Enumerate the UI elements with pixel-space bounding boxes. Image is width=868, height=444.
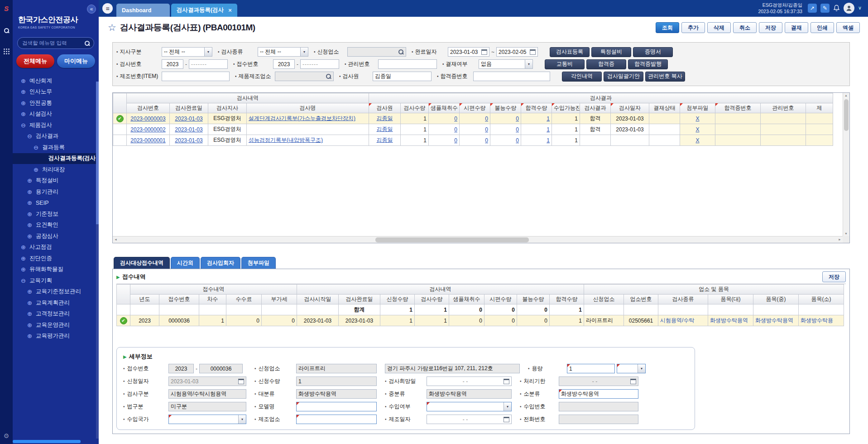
sidebar-item[interactable]: ⊕고객정보관리 [13,309,99,320]
filter-input[interactable] [162,72,230,81]
column-header[interactable]: 샘플채취수 [429,103,460,113]
filter-input[interactable]: 2023 [273,59,295,69]
panel-button[interactable]: 각인내역 [562,72,602,82]
action-button[interactable]: 저장 [759,22,782,33]
keypad-icon[interactable] [4,48,10,54]
panel-button[interactable]: 특정설비 [591,47,631,57]
calendar-icon[interactable] [630,379,636,384]
sidebar-item[interactable]: ⊕기준정보 [13,208,99,220]
column-header[interactable]: 검사명 [247,103,369,113]
cell-link[interactable]: 2023-01-03 [175,137,202,144]
expand-icon[interactable]: ⊕ [26,333,33,339]
column-header[interactable]: 결재상태 [649,103,680,113]
filter-input[interactable] [473,72,550,81]
import-yn-select[interactable]: ▾ [427,402,512,411]
expand-icon[interactable]: ⊕ [20,100,27,106]
filter-search-input[interactable] [347,47,406,57]
sidebar-item[interactable]: ⊕교육운영관리 [13,319,99,331]
sidebar-item[interactable]: ⊕교육기준정보관리 [13,286,99,298]
column-header[interactable]: 검사수량 [415,294,449,304]
column-header[interactable]: 제 [806,103,833,113]
column-header[interactable]: 합격수량 [550,294,584,304]
cell-link[interactable]: 2023-01-03 [175,126,202,133]
sidebar-item[interactable]: ⊖제품검사 [13,120,99,131]
sidebar-item[interactable]: ⊕교육평가관리 [13,331,99,342]
cell-link[interactable]: 1 [547,137,550,144]
panel-button[interactable]: 합격증발행 [628,59,668,69]
sidebar-item[interactable]: ⊖결과등록 [13,142,99,153]
manufacture-date-input[interactable]: - - [427,415,512,424]
cell-link[interactable]: 0 [485,137,488,144]
external-link-icon[interactable]: ↗ [808,4,817,13]
calendar-icon[interactable] [504,379,509,384]
edit-icon[interactable]: ✎ [820,4,830,13]
collapse-sidebar-button[interactable]: « [87,5,96,14]
column-header[interactable]: 검사원 [369,103,401,113]
column-header[interactable]: 불능수량 [517,294,550,304]
cell-link[interactable]: 2023-01-03 [175,116,202,122]
action-button[interactable]: 결재 [785,22,808,33]
row-select-cell[interactable] [113,124,127,135]
sidebar-item[interactable]: ⊕교육계획관리 [13,297,99,309]
sidebar-item[interactable]: ⊖교육기획 [13,275,99,286]
expand-icon[interactable]: ⊕ [26,211,33,217]
cell-link[interactable]: 1 [547,116,550,122]
column-header[interactable]: 시편수량 [484,294,517,304]
cell-link[interactable]: 1 [547,126,550,133]
my-menu-button[interactable]: 마이메뉴 [57,54,95,68]
expand-icon[interactable]: ⊕ [20,266,27,273]
menu-search[interactable] [17,37,94,49]
column-header[interactable]: 검사시작일 [297,294,339,304]
filter-search-input[interactable] [275,72,334,81]
sidebar-item[interactable]: ⊖검사결과 [13,131,99,142]
column-header[interactable]: 검사일자 [611,103,649,113]
expand-icon[interactable]: ⊕ [26,288,33,295]
sidebar-item[interactable]: ⊕안전공통 [13,97,99,109]
panel-button[interactable]: 증명서 [633,47,673,57]
column-header[interactable]: 품목(중) [753,294,799,304]
column-header[interactable]: 신청수량 [380,294,415,304]
expand-icon[interactable]: ⊕ [20,77,27,84]
column-header[interactable]: 검사완료일 [170,103,208,113]
expand-icon[interactable]: ⊕ [26,299,33,306]
column-header[interactable]: 접수번호 [159,294,199,304]
sidebar-item[interactable]: ⊕유해화학물질 [13,264,99,275]
cell-link[interactable]: 김종일 [377,115,393,121]
bell-icon[interactable] [833,5,840,12]
expand-icon[interactable]: ⊕ [26,322,33,328]
expand-icon[interactable]: ⊕ [26,233,33,240]
column-header[interactable]: 검사종류 [658,294,708,304]
search-icon[interactable] [4,28,10,35]
cell-link[interactable]: 설계단계검사기록부(가스누출경보차단장치) [249,115,355,121]
row-select-cell[interactable] [117,304,130,315]
cell-link[interactable]: 0 [516,116,519,122]
expand-icon[interactable]: ⊕ [20,111,27,117]
column-header[interactable]: 합격수량 [521,103,552,113]
column-header[interactable]: 수수료 [226,294,262,304]
search-icon[interactable] [398,49,404,55]
calendar-icon[interactable] [530,49,536,55]
filter-select[interactable]: -- 전체 --▾ [258,47,308,57]
action-button[interactable]: 인쇄 [810,22,834,33]
action-button[interactable]: 추가 [681,22,705,33]
save-button[interactable]: 저장 [822,271,846,282]
menu-toggle-icon[interactable]: ≡ [102,3,113,14]
cell-link[interactable]: 김종일 [377,137,393,143]
row-select-cell[interactable] [113,135,127,146]
cell-link[interactable]: 2023-0000003 [130,116,165,122]
filter-input[interactable]: ------- [189,59,228,69]
cell-link[interactable]: 김종일 [377,126,393,132]
column-header[interactable]: 차수 [199,294,226,304]
column-header[interactable]: 검사지사 [208,103,247,113]
cell-link[interactable]: X [695,126,699,133]
column-header[interactable]: 품목(대) [708,294,753,304]
cell-link[interactable]: 2023-0000001 [130,137,165,144]
sidebar-horizontal-scrollbar[interactable] [13,440,81,443]
sidebar-item[interactable]: ⊕사고점검 [13,242,99,253]
column-header[interactable]: 합격증번호 [715,103,761,113]
cell-link[interactable]: 0 [516,137,519,144]
capacity-input[interactable]: 1 [567,364,615,373]
action-button[interactable]: 엑셀 [836,22,860,33]
cell-link[interactable]: 2023-0000002 [130,126,165,133]
bottom-tab[interactable]: 검사대상접수내역 [114,257,170,269]
